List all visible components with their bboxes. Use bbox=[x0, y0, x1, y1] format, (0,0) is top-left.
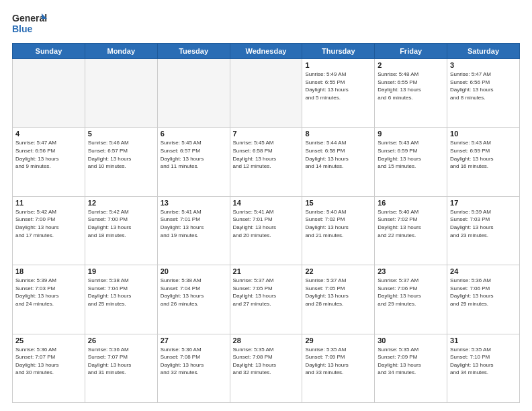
day-info: Sunrise: 5:41 AM Sunset: 7:01 PM Dayligh… bbox=[233, 208, 300, 239]
day-number: 11 bbox=[15, 199, 82, 207]
day-number: 22 bbox=[305, 267, 371, 275]
day-number: 8 bbox=[305, 130, 371, 138]
calendar-cell-w3-d5: 15Sunrise: 5:40 AM Sunset: 7:02 PM Dayli… bbox=[302, 196, 375, 265]
calendar-week-3: 11Sunrise: 5:42 AM Sunset: 7:00 PM Dayli… bbox=[13, 196, 520, 265]
day-info: Sunrise: 5:45 AM Sunset: 6:57 PM Dayligh… bbox=[161, 139, 227, 170]
logo-icon: General Blue bbox=[12, 11, 47, 36]
day-info: Sunrise: 5:36 AM Sunset: 7:08 PM Dayligh… bbox=[161, 346, 227, 377]
calendar-cell-w5-d6: 30Sunrise: 5:35 AM Sunset: 7:09 PM Dayli… bbox=[375, 334, 447, 402]
calendar-cell-w1-d5: 1Sunrise: 5:49 AM Sunset: 6:55 PM Daylig… bbox=[302, 59, 375, 128]
calendar-cell-w3-d6: 16Sunrise: 5:40 AM Sunset: 7:02 PM Dayli… bbox=[375, 196, 447, 265]
day-info: Sunrise: 5:37 AM Sunset: 7:06 PM Dayligh… bbox=[378, 277, 444, 308]
day-info: Sunrise: 5:40 AM Sunset: 7:02 PM Dayligh… bbox=[378, 208, 444, 239]
day-number: 17 bbox=[450, 199, 517, 207]
day-info: Sunrise: 5:36 AM Sunset: 7:06 PM Dayligh… bbox=[450, 277, 517, 308]
calendar-cell-w2-d5: 8Sunrise: 5:44 AM Sunset: 6:58 PM Daylig… bbox=[302, 128, 375, 196]
day-number: 13 bbox=[161, 199, 227, 207]
calendar-cell-w3-d3: 13Sunrise: 5:41 AM Sunset: 7:01 PM Dayli… bbox=[157, 196, 230, 265]
calendar-cell-w4-d6: 23Sunrise: 5:37 AM Sunset: 7:06 PM Dayli… bbox=[375, 265, 447, 334]
calendar-cell-w1-d7: 3Sunrise: 5:47 AM Sunset: 6:56 PM Daylig… bbox=[447, 59, 520, 128]
calendar-cell-w1-d4 bbox=[230, 59, 302, 128]
day-info: Sunrise: 5:36 AM Sunset: 7:07 PM Dayligh… bbox=[15, 346, 82, 377]
day-number: 2 bbox=[378, 61, 444, 69]
calendar-cell-w2-d4: 7Sunrise: 5:45 AM Sunset: 6:58 PM Daylig… bbox=[230, 128, 302, 196]
day-info: Sunrise: 5:43 AM Sunset: 6:59 PM Dayligh… bbox=[450, 139, 517, 170]
calendar-cell-w2-d1: 4Sunrise: 5:47 AM Sunset: 6:56 PM Daylig… bbox=[13, 128, 85, 196]
day-info: Sunrise: 5:48 AM Sunset: 6:55 PM Dayligh… bbox=[378, 71, 444, 101]
weekday-header-row: SundayMondayTuesdayWednesdayThursdayFrid… bbox=[13, 44, 520, 59]
day-number: 16 bbox=[378, 199, 444, 207]
weekday-header-friday: Friday bbox=[375, 44, 447, 59]
day-info: Sunrise: 5:46 AM Sunset: 6:57 PM Dayligh… bbox=[88, 139, 154, 170]
calendar-week-5: 25Sunrise: 5:36 AM Sunset: 7:07 PM Dayli… bbox=[13, 334, 520, 402]
day-number: 12 bbox=[88, 199, 154, 207]
calendar-week-2: 4Sunrise: 5:47 AM Sunset: 6:56 PM Daylig… bbox=[13, 128, 520, 196]
day-number: 10 bbox=[450, 130, 517, 138]
day-info: Sunrise: 5:38 AM Sunset: 7:04 PM Dayligh… bbox=[88, 277, 154, 308]
calendar-cell-w5-d4: 28Sunrise: 5:35 AM Sunset: 7:08 PM Dayli… bbox=[230, 334, 302, 402]
day-number: 5 bbox=[88, 130, 154, 138]
calendar-cell-w4-d1: 18Sunrise: 5:39 AM Sunset: 7:03 PM Dayli… bbox=[13, 265, 85, 334]
day-number: 23 bbox=[378, 267, 444, 275]
calendar-cell-w4-d2: 19Sunrise: 5:38 AM Sunset: 7:04 PM Dayli… bbox=[85, 265, 157, 334]
weekday-header-thursday: Thursday bbox=[302, 44, 375, 59]
day-info: Sunrise: 5:41 AM Sunset: 7:01 PM Dayligh… bbox=[161, 208, 227, 239]
calendar-cell-w4-d7: 24Sunrise: 5:36 AM Sunset: 7:06 PM Dayli… bbox=[447, 265, 520, 334]
day-number: 18 bbox=[15, 267, 82, 275]
calendar-cell-w5-d2: 26Sunrise: 5:36 AM Sunset: 7:07 PM Dayli… bbox=[85, 334, 157, 402]
calendar-week-1: 1Sunrise: 5:49 AM Sunset: 6:55 PM Daylig… bbox=[13, 59, 520, 128]
calendar-cell-w3-d4: 14Sunrise: 5:41 AM Sunset: 7:01 PM Dayli… bbox=[230, 196, 302, 265]
day-info: Sunrise: 5:45 AM Sunset: 6:58 PM Dayligh… bbox=[233, 139, 300, 170]
weekday-header-sunday: Sunday bbox=[13, 44, 85, 59]
day-info: Sunrise: 5:35 AM Sunset: 7:10 PM Dayligh… bbox=[450, 346, 517, 377]
weekday-header-saturday: Saturday bbox=[447, 44, 520, 59]
day-number: 24 bbox=[450, 267, 517, 275]
calendar-cell-w4-d5: 22Sunrise: 5:37 AM Sunset: 7:05 PM Dayli… bbox=[302, 265, 375, 334]
calendar-cell-w5-d5: 29Sunrise: 5:35 AM Sunset: 7:09 PM Dayli… bbox=[302, 334, 375, 402]
logo: General Blue bbox=[12, 11, 47, 36]
calendar-body: 1Sunrise: 5:49 AM Sunset: 6:55 PM Daylig… bbox=[13, 59, 520, 403]
day-info: Sunrise: 5:44 AM Sunset: 6:58 PM Dayligh… bbox=[305, 139, 371, 170]
day-number: 29 bbox=[305, 336, 371, 345]
day-number: 9 bbox=[378, 130, 444, 138]
day-info: Sunrise: 5:35 AM Sunset: 7:09 PM Dayligh… bbox=[378, 346, 444, 377]
calendar-cell-w3-d1: 11Sunrise: 5:42 AM Sunset: 7:00 PM Dayli… bbox=[13, 196, 85, 265]
calendar-cell-w1-d3 bbox=[157, 59, 230, 128]
calendar-cell-w2-d6: 9Sunrise: 5:43 AM Sunset: 6:59 PM Daylig… bbox=[375, 128, 447, 196]
calendar-cell-w4-d3: 20Sunrise: 5:38 AM Sunset: 7:04 PM Dayli… bbox=[157, 265, 230, 334]
weekday-header-wednesday: Wednesday bbox=[230, 44, 302, 59]
calendar-cell-w3-d2: 12Sunrise: 5:42 AM Sunset: 7:00 PM Dayli… bbox=[85, 196, 157, 265]
day-info: Sunrise: 5:42 AM Sunset: 7:00 PM Dayligh… bbox=[15, 208, 82, 239]
day-info: Sunrise: 5:43 AM Sunset: 6:59 PM Dayligh… bbox=[378, 139, 444, 170]
day-number: 3 bbox=[450, 61, 517, 69]
calendar-week-4: 18Sunrise: 5:39 AM Sunset: 7:03 PM Dayli… bbox=[13, 265, 520, 334]
page: General Blue SundayMondayTuesdayWednesda… bbox=[0, 0, 532, 411]
calendar-cell-w4-d4: 21Sunrise: 5:37 AM Sunset: 7:05 PM Dayli… bbox=[230, 265, 302, 334]
day-number: 6 bbox=[161, 130, 227, 138]
day-number: 28 bbox=[233, 336, 300, 345]
day-info: Sunrise: 5:39 AM Sunset: 7:03 PM Dayligh… bbox=[15, 277, 82, 308]
calendar-cell-w5-d3: 27Sunrise: 5:36 AM Sunset: 7:08 PM Dayli… bbox=[157, 334, 230, 402]
day-info: Sunrise: 5:37 AM Sunset: 7:05 PM Dayligh… bbox=[305, 277, 371, 308]
day-info: Sunrise: 5:47 AM Sunset: 6:56 PM Dayligh… bbox=[15, 139, 82, 170]
day-number: 21 bbox=[233, 267, 300, 275]
calendar-cell-w1-d1 bbox=[13, 59, 85, 128]
day-info: Sunrise: 5:49 AM Sunset: 6:55 PM Dayligh… bbox=[305, 71, 371, 101]
calendar-cell-w1-d2 bbox=[85, 59, 157, 128]
day-info: Sunrise: 5:40 AM Sunset: 7:02 PM Dayligh… bbox=[305, 208, 371, 239]
calendar-cell-w5-d1: 25Sunrise: 5:36 AM Sunset: 7:07 PM Dayli… bbox=[13, 334, 85, 402]
day-info: Sunrise: 5:47 AM Sunset: 6:56 PM Dayligh… bbox=[450, 71, 517, 101]
day-info: Sunrise: 5:39 AM Sunset: 7:03 PM Dayligh… bbox=[450, 208, 517, 239]
day-number: 7 bbox=[233, 130, 300, 138]
day-number: 1 bbox=[305, 61, 371, 69]
day-number: 20 bbox=[161, 267, 227, 275]
calendar-cell-w2-d7: 10Sunrise: 5:43 AM Sunset: 6:59 PM Dayli… bbox=[447, 128, 520, 196]
weekday-header-tuesday: Tuesday bbox=[157, 44, 230, 59]
day-number: 26 bbox=[88, 336, 154, 345]
calendar-table: SundayMondayTuesdayWednesdayThursdayFrid… bbox=[12, 43, 520, 403]
day-info: Sunrise: 5:37 AM Sunset: 7:05 PM Dayligh… bbox=[233, 277, 300, 308]
day-number: 31 bbox=[450, 336, 517, 345]
calendar-cell-w2-d3: 6Sunrise: 5:45 AM Sunset: 6:57 PM Daylig… bbox=[157, 128, 230, 196]
day-number: 25 bbox=[15, 336, 82, 345]
day-number: 15 bbox=[305, 199, 371, 207]
